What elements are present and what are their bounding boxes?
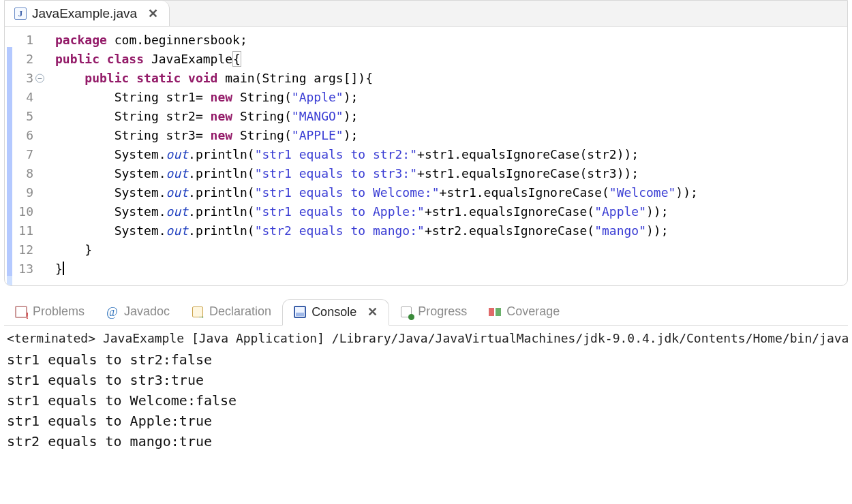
code-line[interactable]: String str2= new String("MANGO"); — [55, 107, 847, 126]
view-tab-label: Problems — [33, 304, 85, 319]
code-line[interactable]: String str1= new String("Apple"); — [55, 88, 847, 107]
editor-tab-bar: J JavaExample.java ✕ — [5, 1, 847, 27]
console-line: str1 equals to str2:false — [7, 349, 845, 370]
view-tab-console[interactable]: Console✕ — [282, 299, 389, 326]
code-line[interactable]: System.out.println("str2 equals to mango… — [55, 221, 847, 240]
line-number: 5 — [5, 107, 43, 126]
console-icon — [294, 306, 306, 318]
code-line[interactable]: System.out.println("str1 equals to str3:… — [55, 164, 847, 183]
problems-icon — [15, 306, 27, 318]
code-line[interactable]: } — [55, 240, 847, 259]
code-area[interactable]: package com.beginnersbook;public class J… — [47, 31, 847, 279]
view-tab-label: Declaration — [209, 304, 271, 319]
progress-icon — [400, 306, 412, 318]
view-tab-coverage[interactable]: Coverage — [478, 298, 570, 325]
editor-tab-title: JavaExample.java — [32, 6, 137, 21]
code-line[interactable]: package com.beginnersbook; — [55, 31, 847, 50]
line-number: 7 — [5, 145, 43, 164]
console-line: str1 equals to str3:true — [7, 370, 845, 390]
declaration-icon — [192, 306, 204, 318]
editor-panel: J JavaExample.java ✕ 123−45678910111213 … — [4, 0, 848, 286]
editor-tab-javaexample[interactable]: J JavaExample.java ✕ — [5, 1, 170, 26]
view-tab-javadoc[interactable]: @Javadoc — [95, 298, 181, 325]
code-line[interactable]: } — [55, 259, 847, 279]
view-tab-label: Javadoc — [124, 304, 170, 319]
bottom-panel: Problems@JavadocDeclarationConsole✕Progr… — [4, 298, 848, 453]
java-file-icon: J — [14, 7, 27, 20]
view-tab-bar: Problems@JavadocDeclarationConsole✕Progr… — [4, 298, 848, 326]
coverage-icon — [489, 306, 501, 318]
code-line[interactable]: public static void main(String args[]){ — [55, 69, 847, 88]
view-tab-label: Progress — [418, 304, 467, 319]
console-output[interactable]: str1 equals to str2:falsestr1 equals to … — [4, 348, 848, 453]
line-number: 2 — [5, 50, 43, 69]
line-number: 12 — [5, 240, 43, 259]
current-line-highlight — [5, 259, 848, 279]
javadoc-icon: @ — [106, 306, 119, 318]
line-number: 8 — [5, 164, 43, 183]
code-line[interactable]: System.out.println("str1 equals to str2:… — [55, 145, 847, 164]
view-tab-label: Coverage — [506, 304, 560, 319]
fold-toggle-icon[interactable]: − — [35, 74, 44, 83]
view-tab-declaration[interactable]: Declaration — [181, 298, 282, 325]
close-icon[interactable]: ✕ — [147, 6, 159, 21]
line-number: 1 — [5, 31, 43, 50]
console-line: str1 equals to Welcome:false — [7, 390, 845, 411]
line-number: 11 — [5, 221, 43, 240]
code-line[interactable]: public class JavaExample{ — [55, 50, 847, 69]
line-number: 3− — [5, 69, 43, 88]
view-tab-problems[interactable]: Problems — [4, 298, 95, 325]
console-line: str1 equals to Apple:true — [7, 411, 845, 431]
editor-body[interactable]: 123−45678910111213 package com.beginners… — [5, 27, 847, 285]
line-number: 10 — [5, 202, 43, 221]
line-number-gutter: 123−45678910111213 — [5, 31, 47, 279]
line-number: 13 — [5, 259, 43, 279]
close-icon[interactable]: ✕ — [367, 304, 378, 319]
line-number: 6 — [5, 126, 43, 145]
console-line: str2 equals to mango:true — [7, 431, 845, 452]
console-status-line: <terminated> JavaExample [Java Applicati… — [4, 326, 848, 348]
line-number: 9 — [5, 183, 43, 202]
view-tab-label: Console — [311, 305, 356, 319]
code-line[interactable]: System.out.println("str1 equals to Apple… — [55, 202, 847, 221]
line-number: 4 — [5, 88, 43, 107]
code-line[interactable]: System.out.println("str1 equals to Welco… — [55, 183, 847, 202]
view-tab-progress[interactable]: Progress — [389, 298, 478, 325]
code-line[interactable]: String str3= new String("APPLE"); — [55, 126, 847, 145]
